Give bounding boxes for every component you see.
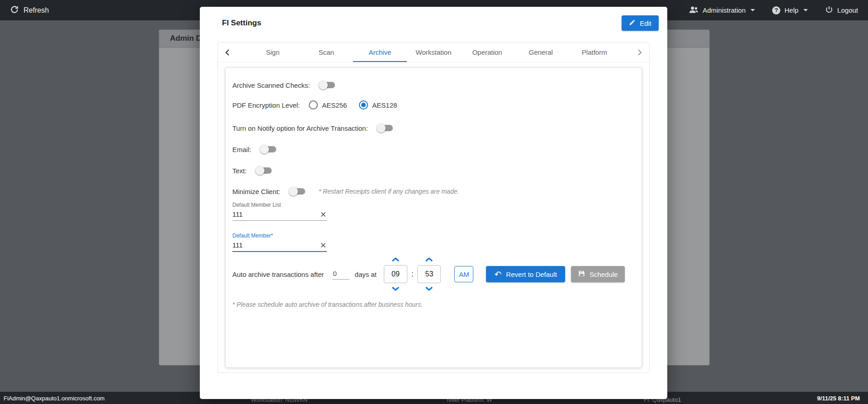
text-label: Text:	[232, 167, 247, 175]
administration-icon	[689, 6, 698, 15]
aes256-label: AES256	[322, 101, 347, 109]
default-member-list-input[interactable]	[232, 210, 320, 218]
hour-input[interactable]	[384, 265, 407, 283]
default-member-list-field: Default Member List	[232, 202, 327, 221]
default-member-list-label: Default Member List	[232, 202, 327, 208]
tab-scan[interactable]: Scan	[300, 43, 354, 62]
dialog-title: FI Settings	[222, 19, 261, 28]
email-toggle[interactable]	[261, 146, 276, 152]
fi-settings-dialog: FI Settings Edit Sign Scan Archive Works…	[200, 7, 667, 399]
time-separator: :	[411, 270, 413, 278]
power-icon	[825, 5, 833, 15]
minimize-client-row: Minimize Client: * Restart Receipts clie…	[232, 185, 459, 197]
tabs-scroll-left-button[interactable]	[221, 43, 234, 62]
save-icon	[578, 270, 585, 278]
tab-platform[interactable]: Platform	[567, 43, 621, 62]
minimize-client-note: * Restart Receipts client if any changes…	[319, 188, 459, 195]
meridiem-button[interactable]: AM	[454, 266, 473, 282]
aes128-label: AES128	[372, 101, 397, 109]
minimize-client-toggle[interactable]	[290, 188, 305, 195]
screen: Refresh Administration ? Help Logout	[0, 0, 868, 404]
text-toggle[interactable]	[257, 167, 272, 174]
schedule-label: Schedule	[590, 271, 618, 278]
email-row: Email:	[232, 143, 280, 155]
hour-down-icon[interactable]	[392, 286, 400, 291]
hour-spinner	[384, 257, 407, 291]
email-label: Email:	[232, 146, 251, 153]
aes256-radio[interactable]	[309, 100, 318, 109]
minimize-client-label: Minimize Client:	[232, 188, 280, 195]
tab-workstation[interactable]: Workstation	[407, 43, 461, 62]
auto-archive-label: Auto archive transactions after	[232, 271, 324, 278]
admin-dashboard-title: Admin D	[170, 34, 202, 43]
pdf-encryption-radio-group: AES256 AES128	[309, 100, 405, 109]
default-member-input-line	[232, 240, 327, 252]
notify-toggle[interactable]	[378, 125, 393, 131]
edit-button-label: Edit	[640, 19, 651, 27]
tab-archive[interactable]: Archive	[353, 43, 407, 62]
chevron-down-icon	[750, 9, 755, 11]
help-icon: ?	[772, 6, 780, 14]
status-datetime: 9/11/25 8:11 PM	[817, 394, 860, 401]
schedule-button[interactable]: Schedule	[571, 266, 625, 282]
days-at-label: days at	[355, 271, 377, 278]
clear-icon[interactable]	[320, 212, 327, 217]
tab-general[interactable]: General	[514, 43, 568, 62]
logout-button[interactable]: Logout	[825, 5, 858, 15]
archive-scanned-checks-toggle[interactable]	[320, 82, 335, 88]
archive-settings-card: Archive Scanned Checks: PDF Encryption L…	[225, 67, 642, 368]
top-bar-menu: Administration ? Help Logout	[689, 5, 858, 15]
minute-up-icon[interactable]	[425, 257, 433, 262]
status-user: FiAdmin@Qaxpauto1.onmicrosoft.com	[4, 394, 104, 401]
chevron-down-icon	[803, 9, 808, 11]
hour-up-icon[interactable]	[392, 257, 400, 262]
minute-input[interactable]	[417, 265, 441, 283]
settings-tabs-container: Sign Scan Archive Workstation Operation …	[217, 42, 650, 373]
minute-spinner	[417, 257, 441, 291]
notify-label: Turn on Notify option for Archive Transa…	[232, 124, 368, 132]
clear-icon[interactable]	[320, 242, 327, 248]
default-member-list-input-line	[232, 209, 327, 221]
default-member-input[interactable]	[232, 241, 320, 249]
revert-to-default-label: Revert to Default	[506, 271, 557, 278]
pdf-encryption-label: PDF Encryption Level:	[232, 101, 300, 109]
edit-button[interactable]: Edit	[622, 15, 659, 31]
help-menu[interactable]: ? Help	[772, 6, 808, 14]
minute-down-icon[interactable]	[425, 286, 433, 291]
undo-icon: ↶	[494, 270, 501, 279]
default-member-label: Default Member*	[232, 233, 327, 239]
archive-scanned-checks-row: Archive Scanned Checks:	[232, 79, 339, 91]
aes128-radio[interactable]	[359, 100, 368, 109]
tab-operation[interactable]: Operation	[460, 43, 514, 62]
pencil-icon	[629, 19, 636, 27]
logout-label: Logout	[837, 6, 858, 14]
archive-scanned-checks-label: Archive Scanned Checks:	[232, 81, 310, 89]
auto-archive-row: Auto archive transactions after days at …	[232, 254, 625, 294]
help-label: Help	[784, 6, 798, 14]
text-row: Text:	[232, 165, 275, 176]
auto-archive-note: * Please schedule auto archive of transa…	[232, 301, 423, 308]
administration-label: Administration	[703, 6, 745, 14]
revert-to-default-button[interactable]: ↶ Revert to Default	[486, 266, 565, 282]
dialog-header: FI Settings Edit	[200, 7, 667, 31]
pdf-encryption-row: PDF Encryption Level: AES256 AES128	[232, 99, 405, 111]
refresh-icon	[10, 5, 19, 16]
tab-bar: Sign Scan Archive Workstation Operation …	[218, 43, 649, 62]
default-member-field: Default Member*	[232, 233, 327, 252]
auto-archive-days-input[interactable]	[332, 269, 349, 280]
tab-sign[interactable]: Sign	[246, 43, 300, 62]
tabs-strip: Sign Scan Archive Workstation Operation …	[234, 43, 633, 62]
notify-row: Turn on Notify option for Archive Transa…	[232, 122, 396, 134]
refresh-button[interactable]: Refresh	[10, 5, 49, 16]
tabs-scroll-right-button[interactable]	[633, 43, 646, 62]
refresh-label: Refresh	[24, 6, 49, 14]
administration-menu[interactable]: Administration	[689, 6, 755, 15]
